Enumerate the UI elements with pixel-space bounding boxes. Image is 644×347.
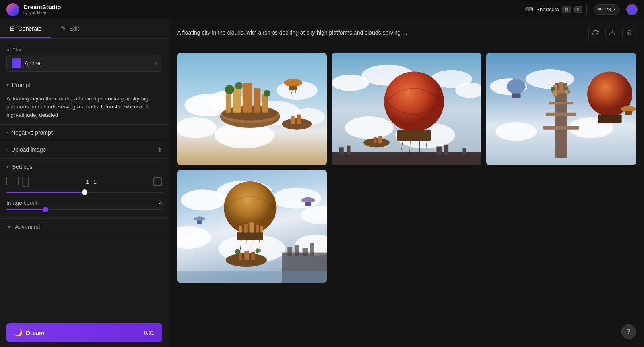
aspect-ratio-slider-thumb[interactable] [82, 189, 87, 195]
aspect-ratio-value: 1 : 1 [86, 179, 97, 185]
nav-tabs: ⊞ Generate ✎ Edit [0, 19, 169, 39]
aspect-ratio-slider[interactable] [6, 192, 162, 193]
chevron-down-settings-icon: ▾ [6, 164, 9, 170]
download-button[interactable] [605, 26, 619, 39]
shortcuts-button[interactable]: ⌨ Shortcuts ⌘ K [521, 3, 587, 16]
advanced-label: Advanced [15, 224, 40, 230]
prompt-accordion: ▾ Prompt A floating city in the clouds, … [0, 77, 169, 125]
upload-icon: ⬆ [157, 146, 162, 154]
tab-generate-label: Generate [18, 25, 41, 32]
style-value: Anime [25, 60, 41, 66]
topbar-right: ⌨ Shortcuts ⌘ K 👁 23.2 [521, 3, 638, 16]
prompt-content: A floating city in the clouds, with airs… [0, 93, 169, 124]
prompt-accordion-header[interactable]: ▾ Prompt [0, 77, 169, 93]
image-count-row: Image count 4 [6, 199, 162, 206]
dream-button-left: 🌙 Dream [14, 329, 45, 337]
style-selector[interactable]: Anime › [6, 55, 162, 72]
chevron-right-icon: › [155, 60, 157, 66]
style-label: Style [6, 47, 162, 52]
trash-icon [626, 29, 632, 36]
sidebar: ⊞ Generate ✎ Edit Style Anime › [0, 19, 169, 347]
kbd1: ⌘ [562, 6, 571, 13]
style-left: Anime [12, 58, 41, 68]
settings-header[interactable]: ▾ Settings [6, 164, 162, 170]
logo-text: DreamStudio by stability.ai [23, 4, 61, 15]
header-actions [588, 26, 636, 39]
logo-icon [6, 3, 19, 16]
content-title: A floating city in the clouds, with airs… [177, 29, 499, 36]
topbar: DreamStudio by stability.ai ⌨ Shortcuts … [0, 0, 644, 19]
download-icon [609, 29, 615, 36]
help-icon: ? [627, 328, 631, 335]
aspect-ratio-row: 1 : 1 [6, 177, 162, 187]
generated-image-3[interactable] [486, 53, 636, 165]
dream-button[interactable]: 🌙 Dream 0.91 [6, 323, 162, 342]
aspect-ratio-icons-right [153, 177, 162, 186]
image-count-slider[interactable] [6, 209, 162, 210]
landscape-ratio-icon[interactable] [6, 177, 19, 185]
content-area: A floating city in the clouds, with airs… [169, 19, 644, 347]
content-header: A floating city in the clouds, with airs… [169, 19, 644, 46]
topbar-left: DreamStudio by stability.ai [6, 3, 61, 16]
negative-prompt-header[interactable]: › Negative prompt [0, 125, 169, 141]
generate-icon: ⊞ [10, 25, 15, 32]
visibility-icon: 👁 [598, 6, 603, 12]
keyboard-icon: ⌨ [525, 6, 533, 12]
app-name: DreamStudio [23, 4, 61, 11]
upload-left: › Upload image [6, 146, 46, 153]
generated-image-4[interactable] [177, 170, 327, 283]
images-grid [169, 46, 644, 347]
sidebar-content: Style Anime › ▾ Prompt A floating city i… [0, 39, 169, 318]
portrait-ratio-icon[interactable] [22, 177, 29, 187]
tab-edit[interactable]: ✎ Edit [51, 19, 89, 38]
aspect-ratio-slider-fill [6, 192, 85, 193]
square-ratio-icon[interactable] [153, 177, 162, 186]
negative-prompt-label: Negative prompt [11, 129, 53, 136]
negative-prompt-accordion: › Negative prompt [0, 125, 169, 141]
tab-edit-label: Edit [69, 25, 79, 32]
dream-cost: 0.91 [144, 330, 154, 336]
user-avatar[interactable] [626, 4, 638, 15]
upload-image-label: Upload image [11, 146, 46, 153]
settings-section: ▾ Settings 1 : 1 [0, 159, 169, 219]
delete-button[interactable] [622, 26, 636, 39]
upload-image-section[interactable]: › Upload image ⬆ [0, 141, 169, 159]
advanced-section[interactable]: 👁 Advanced [0, 219, 169, 235]
help-button[interactable]: ? [621, 324, 636, 339]
tab-generate[interactable]: ⊞ Generate [0, 19, 51, 38]
chevron-right-upload-icon: › [6, 147, 8, 152]
credits-badge: 👁 23.2 [593, 4, 620, 15]
edit-icon: ✎ [61, 25, 66, 32]
moon-icon: 🌙 [14, 329, 23, 337]
count-slider-thumb[interactable] [43, 207, 48, 212]
image-count-value: 4 [159, 199, 162, 206]
app-subtitle: by stability.ai [23, 10, 61, 15]
main-layout: ⊞ Generate ✎ Edit Style Anime › [0, 19, 644, 347]
credits-value: 23.2 [605, 6, 615, 12]
image-count-label: Image count [6, 199, 37, 206]
refresh-button[interactable] [588, 26, 602, 39]
refresh-icon [592, 29, 599, 36]
kbd2: K [574, 6, 582, 13]
prompt-text[interactable]: A floating city in the clouds, with airs… [6, 95, 162, 119]
style-section: Style Anime › [0, 44, 169, 77]
eye-icon: 👁 [6, 224, 12, 230]
settings-label: Settings [12, 164, 33, 170]
generated-image-2[interactable] [332, 53, 481, 165]
chevron-down-icon: ▾ [6, 82, 9, 88]
style-preview-icon [12, 58, 21, 68]
prompt-label: Prompt [12, 82, 30, 88]
shortcuts-label: Shortcuts [536, 6, 559, 12]
chevron-right-neg-icon: › [6, 130, 8, 135]
generated-image-1[interactable] [177, 53, 327, 165]
aspect-ratio-icons [6, 177, 29, 187]
count-slider-fill [6, 209, 45, 210]
dream-label: Dream [26, 329, 45, 336]
